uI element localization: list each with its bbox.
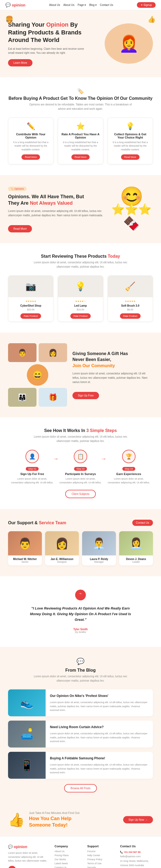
footer-support-link-0[interactable]: Forums (87, 850, 115, 852)
testimonial-company: Dy Smiths (8, 631, 153, 633)
product-rate-btn-1[interactable]: Rate Product (70, 313, 91, 319)
opinions-heading: Opinions. We All Have Them, But They Are… (8, 194, 105, 206)
step-icon-1: 📋 (74, 450, 87, 463)
feature-icon-0: ✏️ (11, 122, 50, 130)
step-title-0: Sign Up For Free (11, 472, 54, 475)
step-icon-0: 👤 (26, 450, 39, 463)
testimonial-author: Tyler Smith (8, 628, 153, 631)
quote-icon: " (75, 590, 86, 600)
step-0: 👤 Step 01 Sign Up For Free Lorem ipsum d… (8, 450, 56, 485)
cta-signup-btn[interactable]: Sign Up Now → (123, 816, 153, 823)
logo-icon: 💬 (5, 2, 11, 7)
feature-btn-1[interactable]: Read More (71, 154, 90, 160)
blog-browse-btn[interactable]: Browse All Posts (64, 784, 97, 793)
footer-company-link-1[interactable]: Pricing Plans (54, 854, 82, 857)
step-title-1: Participate In Surveys (59, 472, 102, 475)
nav-blog[interactable]: Blog ▾ (89, 3, 96, 6)
product-rate-btn-0[interactable]: Rate Product (21, 313, 41, 319)
feature-title-1: Rate A Product You Have A Opinion (61, 133, 99, 139)
opinions-btn[interactable]: Read More (8, 225, 32, 232)
hero-text: Sharing Your Opinion By Rating Products … (8, 21, 88, 66)
footer: 💬 opinion Lorem ipsum dolor sit amet, co… (0, 836, 161, 868)
nav-contact[interactable]: Contact Us (100, 3, 113, 6)
product-rate-btn-2[interactable]: Rate Product (120, 313, 140, 319)
team-card-3: 👩‍💼 Devon J. Deans Leader (119, 531, 153, 565)
blog-post-text-0: Lorem ipsum dolor sit amet, consectetur … (50, 701, 149, 712)
blog-post-1: 🛋️ Need Living Room Curtain Advice? Lore… (8, 721, 153, 747)
team-title: Our Support & Service Team (8, 521, 66, 525)
team-info-2: Laura P. Reidy Manager (82, 555, 116, 565)
product-card-1: 💡 ★★★★☆ Led Lamp $15.00 Rate Product (58, 275, 103, 322)
team-role-0: Senior (10, 561, 40, 563)
gift-img-circle: 😄 (27, 364, 48, 386)
products-subtitle: Lorem ipsum dolor sit amet, consectetur … (27, 260, 134, 269)
team-info-3: Devon J. Deans Leader (119, 555, 153, 565)
blog-post-0: 👟 Our Opinion On Nike's 'Profest Shoes' … (8, 689, 153, 716)
blog-post-img-2: 📱 (8, 752, 46, 779)
footer-company-link-0[interactable]: About Us (54, 850, 82, 852)
product-img-0: 📷 (8, 276, 53, 297)
footer-company: Company About Us Pricing Plans Our Works… (54, 845, 82, 868)
gift-cta-button[interactable]: Sign Up Free (73, 392, 99, 399)
footer-contact-info: 📞 +01 234 567 89 hello@opinion.com 21 Ki… (120, 850, 153, 867)
hero-emoji: 👩‍🦰 (119, 34, 139, 53)
footer-company-link-3[interactable]: Latest News (54, 862, 82, 865)
opinions-text-body: Lorem ipsum dolor sit amet, consectetur … (8, 209, 105, 218)
footer-contact: Contact Us 📞 +01 234 567 89 hello@opinio… (120, 845, 153, 868)
nav-about[interactable]: About Us (63, 3, 74, 6)
step-1: 📋 Step 02 Participate In Surveys Lorem i… (56, 450, 105, 485)
footer-logo: 💬 opinion (8, 845, 49, 849)
team-card-1: 👩 Jan E. Williamson Designer (45, 531, 79, 565)
footer-support-link-4[interactable]: Security (87, 866, 115, 868)
nav-home[interactable]: About Us (49, 3, 60, 6)
blog-subtitle: Lorem ipsum dolor sit amet, consectetur … (27, 674, 134, 683)
nav-logo: 💬 opinion (5, 2, 26, 7)
feature-btn-2[interactable]: Read More (121, 154, 139, 160)
gift-section: 👨 👩 😄 👨‍👩‍👧 🎁 Giving Someone A Gift Has … (0, 333, 161, 417)
team-name-1: Jan E. Williamson (47, 558, 77, 561)
footer-support-link-1[interactable]: Help Center (87, 854, 115, 857)
team-section: Our Support & Service Team Contact Us 👨 … (0, 509, 161, 576)
team-name-0: Michael W. Nitcher (10, 558, 40, 561)
gift-text: Giving Someone A Gift Has Never Been Eas… (73, 351, 153, 399)
hero-icon-left: 🍔 (5, 16, 13, 23)
blog-section: 💬 From The Blog Lorem ipsum dolor sit am… (0, 647, 161, 803)
step-text-0: Lorem ipsum dolor sit amet, consectetur … (11, 477, 54, 485)
footer-support-link-3[interactable]: Terms of Use (87, 862, 115, 865)
feature-btn-0[interactable]: Read More (22, 154, 40, 160)
products-section: Start Reviewing These Products Today Lor… (0, 243, 161, 333)
footer-desc: Lorem ipsum dolor sit amet, consectetur … (8, 851, 49, 863)
footer-support: Support Forums Help Center Privacy Polic… (87, 845, 115, 868)
team-photo-3: 👩‍💼 (119, 531, 153, 555)
team-card-2: 👨‍💼 Laura P. Reidy Manager (82, 531, 116, 565)
feature-card-1: ⭐ Rate A Product You Have A Opinion It i… (58, 118, 103, 165)
cta-icon: 👍 (8, 812, 25, 828)
nav-signup-button[interactable]: ✦ Signup (137, 2, 156, 8)
emoji-chocolate: 🍫 (110, 216, 153, 231)
blog-icon: 💬 (8, 658, 153, 665)
team-name-2: Laura P. Reidy (84, 558, 114, 561)
product-info-0: ★★★★★ CyberShot Shop $20.00 Rate Product (8, 297, 53, 321)
blog-post-content-2: Buying A Foldable Samsung Phone! Lorem i… (46, 752, 153, 779)
gift-heading: Giving Someone A Gift Has Never Been Eas… (73, 351, 153, 369)
product-info-2: ★★★★★ Soft Brush 3.0 $8.00 Rate Product (108, 297, 153, 321)
opinions-text: 🏷️ Opinions Opinions. We All Have Them, … (8, 186, 105, 232)
steps-btn[interactable]: Client Subjects (65, 490, 96, 498)
team-card-0: 👨 Michael W. Nitcher Senior (8, 531, 42, 565)
nav-page[interactable]: Page ▾ (78, 3, 86, 6)
cta-text: Just Take A Few Minutes And Find Out How… (29, 811, 123, 828)
team-contact-btn[interactable]: Contact Us (132, 520, 153, 526)
team-info-1: Jan E. Williamson Designer (45, 555, 79, 565)
footer-grid: 💬 opinion Lorem ipsum dolor sit amet, co… (8, 845, 153, 868)
footer-company-title: Company (54, 845, 82, 848)
steps-row: 👤 Step 01 Sign Up For Free Lorem ipsum d… (8, 450, 153, 485)
footer-support-link-2[interactable]: Privacy Policy (87, 858, 115, 861)
team-photo-1: 👩 (45, 531, 79, 555)
footer-company-link-2[interactable]: Our Works (54, 858, 82, 861)
navigation: 💬 opinion About Us About Us Page ▾ Blog … (0, 0, 161, 10)
feature-title-0: Contribute With Your Opinion (11, 133, 50, 139)
team-role-1: Designer (47, 561, 77, 563)
footer-company-link-4[interactable]: Contact Us (54, 866, 82, 868)
step-text-2: Lorem ipsum dolor sit amet, consectetur … (107, 477, 150, 485)
hero-cta-button[interactable]: Learn More (8, 59, 33, 66)
